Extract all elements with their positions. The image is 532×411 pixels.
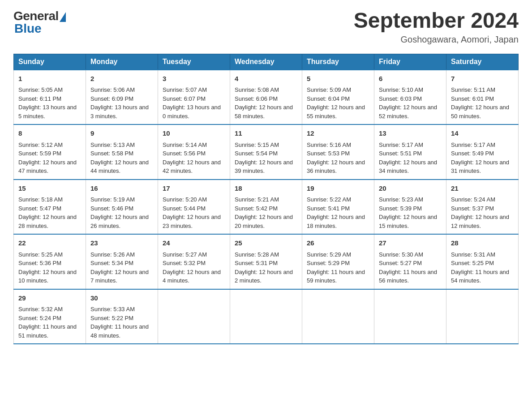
calendar-cell: 14Sunrise: 5:17 AMSunset: 5:49 PMDayligh… (446, 124, 519, 180)
day-info: Sunrise: 5:33 AMSunset: 5:22 PMDaylight:… (90, 306, 149, 339)
calendar-header-thursday: Thursday (302, 54, 374, 70)
day-number: 24 (163, 238, 225, 248)
logo: General Blue (13, 9, 66, 36)
day-number: 14 (451, 128, 514, 139)
calendar-cell (446, 289, 519, 344)
day-number: 10 (163, 128, 225, 139)
calendar-cell: 2Sunrise: 5:06 AMSunset: 6:09 PMDaylight… (86, 70, 158, 125)
day-number: 8 (18, 128, 81, 139)
day-number: 13 (379, 128, 442, 139)
day-info: Sunrise: 5:30 AMSunset: 5:27 PMDaylight:… (379, 251, 437, 284)
day-info: Sunrise: 5:20 AMSunset: 5:44 PMDaylight:… (163, 196, 221, 229)
day-info: Sunrise: 5:16 AMSunset: 5:53 PMDaylight:… (307, 141, 365, 175)
day-number: 28 (451, 238, 514, 248)
day-number: 23 (90, 238, 153, 248)
calendar-cell: 26Sunrise: 5:29 AMSunset: 5:29 PMDayligh… (302, 234, 374, 289)
calendar-cell: 9Sunrise: 5:13 AMSunset: 5:58 PMDaylight… (86, 124, 158, 180)
calendar-table: SundayMondayTuesdayWednesdayThursdayFrid… (13, 54, 519, 345)
location-text: Goshogawara, Aomori, Japan (354, 34, 519, 45)
calendar-cell: 11Sunrise: 5:15 AMSunset: 5:54 PMDayligh… (230, 124, 302, 180)
calendar-cell (302, 289, 374, 344)
day-number: 25 (235, 238, 297, 248)
day-info: Sunrise: 5:23 AMSunset: 5:39 PMDaylight:… (379, 196, 437, 229)
calendar-cell: 29Sunrise: 5:32 AMSunset: 5:24 PMDayligh… (14, 289, 86, 344)
day-info: Sunrise: 5:21 AMSunset: 5:42 PMDaylight:… (235, 196, 293, 229)
day-number: 4 (235, 74, 297, 84)
day-info: Sunrise: 5:11 AMSunset: 6:01 PMDaylight:… (451, 86, 509, 120)
calendar-header-friday: Friday (374, 54, 446, 70)
day-info: Sunrise: 5:07 AMSunset: 6:07 PMDaylight:… (163, 86, 221, 120)
day-number: 2 (90, 74, 153, 84)
day-info: Sunrise: 5:17 AMSunset: 5:49 PMDaylight:… (451, 141, 509, 175)
calendar-cell: 17Sunrise: 5:20 AMSunset: 5:44 PMDayligh… (158, 180, 230, 235)
calendar-cell: 19Sunrise: 5:22 AMSunset: 5:41 PMDayligh… (302, 180, 374, 235)
calendar-header-sunday: Sunday (14, 54, 86, 70)
day-info: Sunrise: 5:08 AMSunset: 6:06 PMDaylight:… (235, 86, 293, 120)
day-number: 9 (90, 128, 153, 139)
day-info: Sunrise: 5:28 AMSunset: 5:31 PMDaylight:… (235, 251, 293, 284)
day-info: Sunrise: 5:32 AMSunset: 5:24 PMDaylight:… (18, 306, 77, 339)
calendar-cell: 1Sunrise: 5:05 AMSunset: 6:11 PMDaylight… (14, 70, 86, 125)
calendar-header-saturday: Saturday (446, 54, 519, 70)
day-info: Sunrise: 5:25 AMSunset: 5:36 PMDaylight:… (18, 251, 77, 284)
day-info: Sunrise: 5:31 AMSunset: 5:25 PMDaylight:… (451, 251, 509, 284)
calendar-cell: 13Sunrise: 5:17 AMSunset: 5:51 PMDayligh… (374, 124, 446, 180)
day-number: 16 (90, 184, 153, 194)
calendar-cell: 28Sunrise: 5:31 AMSunset: 5:25 PMDayligh… (446, 234, 519, 289)
calendar-header-tuesday: Tuesday (158, 54, 230, 70)
day-info: Sunrise: 5:06 AMSunset: 6:09 PMDaylight:… (90, 86, 149, 120)
page-header: General Blue September 2024 Goshogawara,… (13, 9, 519, 45)
day-number: 12 (307, 128, 369, 139)
day-info: Sunrise: 5:29 AMSunset: 5:29 PMDaylight:… (307, 251, 365, 284)
day-info: Sunrise: 5:09 AMSunset: 6:04 PMDaylight:… (307, 86, 365, 120)
day-number: 17 (163, 184, 225, 194)
title-section: September 2024 Goshogawara, Aomori, Japa… (354, 9, 519, 45)
calendar-cell: 15Sunrise: 5:18 AMSunset: 5:47 PMDayligh… (14, 180, 86, 235)
day-number: 30 (90, 293, 153, 304)
day-number: 18 (235, 184, 297, 194)
calendar-cell: 7Sunrise: 5:11 AMSunset: 6:01 PMDaylight… (446, 70, 519, 125)
calendar-cell: 6Sunrise: 5:10 AMSunset: 6:03 PMDaylight… (374, 70, 446, 125)
day-number: 21 (451, 184, 514, 194)
day-number: 20 (379, 184, 442, 194)
calendar-cell: 10Sunrise: 5:14 AMSunset: 5:56 PMDayligh… (158, 124, 230, 180)
calendar-cell (230, 289, 302, 344)
day-info: Sunrise: 5:27 AMSunset: 5:32 PMDaylight:… (163, 251, 221, 284)
day-info: Sunrise: 5:15 AMSunset: 5:54 PMDaylight:… (235, 141, 293, 175)
day-number: 19 (307, 184, 369, 194)
day-number: 22 (18, 238, 81, 248)
day-number: 6 (379, 74, 442, 84)
day-number: 15 (18, 184, 81, 194)
calendar-cell: 27Sunrise: 5:30 AMSunset: 5:27 PMDayligh… (374, 234, 446, 289)
day-number: 29 (18, 293, 81, 304)
calendar-week-4: 22Sunrise: 5:25 AMSunset: 5:36 PMDayligh… (14, 234, 519, 289)
calendar-week-5: 29Sunrise: 5:32 AMSunset: 5:24 PMDayligh… (14, 289, 519, 344)
calendar-cell: 18Sunrise: 5:21 AMSunset: 5:42 PMDayligh… (230, 180, 302, 235)
calendar-cell: 24Sunrise: 5:27 AMSunset: 5:32 PMDayligh… (158, 234, 230, 289)
day-info: Sunrise: 5:22 AMSunset: 5:41 PMDaylight:… (307, 196, 365, 229)
day-number: 3 (163, 74, 225, 84)
calendar-cell (374, 289, 446, 344)
day-number: 1 (18, 74, 81, 84)
calendar-cell: 12Sunrise: 5:16 AMSunset: 5:53 PMDayligh… (302, 124, 374, 180)
day-info: Sunrise: 5:10 AMSunset: 6:03 PMDaylight:… (379, 86, 437, 120)
calendar-cell: 25Sunrise: 5:28 AMSunset: 5:31 PMDayligh… (230, 234, 302, 289)
day-info: Sunrise: 5:18 AMSunset: 5:47 PMDaylight:… (18, 196, 77, 229)
calendar-cell: 3Sunrise: 5:07 AMSunset: 6:07 PMDaylight… (158, 70, 230, 125)
day-info: Sunrise: 5:17 AMSunset: 5:51 PMDaylight:… (379, 141, 437, 175)
calendar-cell (158, 289, 230, 344)
calendar-week-1: 1Sunrise: 5:05 AMSunset: 6:11 PMDaylight… (14, 70, 519, 125)
day-number: 11 (235, 128, 297, 139)
day-info: Sunrise: 5:13 AMSunset: 5:58 PMDaylight:… (90, 141, 149, 175)
calendar-cell: 22Sunrise: 5:25 AMSunset: 5:36 PMDayligh… (14, 234, 86, 289)
calendar-cell: 21Sunrise: 5:24 AMSunset: 5:37 PMDayligh… (446, 180, 519, 235)
calendar-week-2: 8Sunrise: 5:12 AMSunset: 5:59 PMDaylight… (14, 124, 519, 180)
day-number: 5 (307, 74, 369, 84)
calendar-cell: 16Sunrise: 5:19 AMSunset: 5:46 PMDayligh… (86, 180, 158, 235)
calendar-cell: 20Sunrise: 5:23 AMSunset: 5:39 PMDayligh… (374, 180, 446, 235)
calendar-cell: 23Sunrise: 5:26 AMSunset: 5:34 PMDayligh… (86, 234, 158, 289)
day-info: Sunrise: 5:26 AMSunset: 5:34 PMDaylight:… (90, 251, 149, 284)
calendar-header-wednesday: Wednesday (230, 54, 302, 70)
day-number: 27 (379, 238, 442, 248)
calendar-week-3: 15Sunrise: 5:18 AMSunset: 5:47 PMDayligh… (14, 180, 519, 235)
